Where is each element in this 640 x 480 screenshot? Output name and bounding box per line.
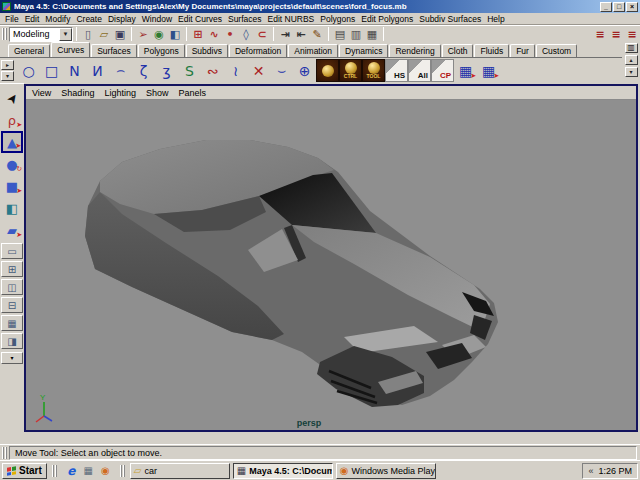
- media-player-icon[interactable]: ◉: [98, 463, 113, 478]
- snap-view-plane-icon[interactable]: ◊: [238, 27, 254, 42]
- shelf-scroll-down-button[interactable]: ▾: [625, 67, 638, 77]
- toggle-channel-box-icon[interactable]: ≡: [624, 27, 640, 42]
- tray-collapse-button[interactable]: «: [588, 466, 593, 476]
- menu-help[interactable]: Help: [484, 14, 507, 24]
- task-button-media-player[interactable]: ◉ Windows Media Player: [336, 463, 436, 479]
- shelf-tab-menu-button[interactable]: ▸: [1, 60, 14, 70]
- open-close-curve-icon[interactable]: ∾: [201, 59, 224, 82]
- open-scene-icon[interactable]: ▱: [96, 27, 112, 42]
- cv-curve-tool-icon[interactable]: N: [63, 59, 86, 82]
- construction-history-icon[interactable]: ✎: [309, 27, 325, 42]
- select-tool[interactable]: ➤: [1, 87, 23, 109]
- poly-mirror-cube-icon[interactable]: ▦ ➤: [477, 59, 500, 82]
- ipr-render-icon[interactable]: ▥: [348, 27, 364, 42]
- single-pane-layout-button[interactable]: ▭: [1, 243, 23, 259]
- lasso-tool[interactable]: ρ ➤: [1, 109, 23, 131]
- align-curves-icon[interactable]: S: [178, 59, 201, 82]
- show-desktop-icon[interactable]: ▦: [81, 463, 96, 478]
- cp-button[interactable]: CP: [431, 59, 454, 82]
- help-line-grip[interactable]: [2, 447, 7, 459]
- layout-menu-button[interactable]: ▾: [1, 352, 23, 364]
- menu-surfaces[interactable]: Surfaces: [225, 14, 265, 24]
- menu-edit-nurbs[interactable]: Edit NURBS: [265, 14, 318, 24]
- menu-window[interactable]: Window: [139, 14, 175, 24]
- new-scene-icon[interactable]: ▯: [80, 27, 96, 42]
- menu-subdiv-surfaces[interactable]: Subdiv Surfaces: [416, 14, 484, 24]
- quick-launch-grip[interactable]: [52, 465, 57, 477]
- make-live-icon[interactable]: ⊂: [254, 27, 270, 42]
- ep-curve-tool-icon[interactable]: И: [86, 59, 109, 82]
- internet-explorer-icon[interactable]: e: [64, 463, 79, 478]
- rotate-tool[interactable]: ● ↻: [1, 153, 23, 175]
- insert-knot-icon[interactable]: ⊕: [293, 59, 316, 82]
- gold-material-tool-icon[interactable]: TOOL: [362, 59, 385, 82]
- outliner-persp-layout-button[interactable]: ◫: [1, 279, 23, 295]
- scale-tool[interactable]: ■ ➤: [1, 175, 23, 197]
- arc-tool-icon[interactable]: ⌢: [109, 59, 132, 82]
- minimize-button[interactable]: _: [600, 2, 612, 12]
- viewport-canvas[interactable]: Y persp: [26, 100, 636, 430]
- poly-mirror-cube-icon[interactable]: ▦ ➤: [454, 59, 477, 82]
- menu-modify[interactable]: Modify: [42, 14, 73, 24]
- detach-curves-icon[interactable]: ʒ: [155, 59, 178, 82]
- snap-curve-icon[interactable]: ∿: [206, 27, 222, 42]
- delete-shelf-item-icon[interactable]: ▥: [625, 43, 638, 53]
- menu-display[interactable]: Display: [105, 14, 139, 24]
- select-component-icon[interactable]: ◧: [167, 27, 183, 42]
- panel-menu-show[interactable]: Show: [146, 88, 169, 98]
- curve-fillet-icon[interactable]: ⌣: [270, 59, 293, 82]
- toggle-tool-settings-icon[interactable]: ≡: [608, 27, 624, 42]
- panel-menu-lighting[interactable]: Lighting: [104, 88, 136, 98]
- toggle-attribute-editor-icon[interactable]: ≡: [592, 27, 608, 42]
- render-globals-icon[interactable]: ▦: [364, 27, 380, 42]
- square-tool-icon[interactable]: □: [40, 59, 63, 82]
- shelf-tab-dynamics[interactable]: Dynamics: [339, 44, 388, 57]
- shelf-tab-deformation[interactable]: Deformation: [229, 44, 287, 57]
- save-scene-icon[interactable]: ▣: [112, 27, 128, 42]
- menu-polygons[interactable]: Polygons: [317, 14, 358, 24]
- car-model[interactable]: [85, 140, 498, 407]
- move-tool[interactable]: ▲ ➤: [1, 131, 23, 153]
- menu-create[interactable]: Create: [73, 14, 105, 24]
- cut-curve-icon[interactable]: ≀: [224, 59, 247, 82]
- shelf-tab-general[interactable]: General: [8, 44, 50, 57]
- circle-tool-icon[interactable]: ○: [17, 59, 40, 82]
- shelf-tab-animation[interactable]: Animation: [288, 44, 338, 57]
- multi-pane-layout-button[interactable]: ◨: [1, 333, 23, 349]
- shelf-tab-subdivs[interactable]: Subdivs: [186, 44, 228, 57]
- select-hierarchy-icon[interactable]: ➢: [135, 27, 151, 42]
- select-object-icon[interactable]: ◉: [151, 27, 167, 42]
- input-connections-icon[interactable]: ⇥: [277, 27, 293, 42]
- hs-button[interactable]: HS: [385, 59, 408, 82]
- shelf-tab-cloth[interactable]: Cloth: [442, 44, 474, 57]
- status-line-grip[interactable]: [2, 28, 7, 40]
- hypershade-persp-layout-button[interactable]: ▦: [1, 315, 23, 331]
- snap-grid-icon[interactable]: ⊞: [190, 27, 206, 42]
- close-button[interactable]: ×: [626, 2, 638, 12]
- intersect-curves-icon[interactable]: ✕: [247, 59, 270, 82]
- shelf-tab-fluids[interactable]: Fluids: [474, 44, 509, 57]
- restore-button[interactable]: □: [613, 2, 625, 12]
- chevron-down-icon[interactable]: ▼: [59, 28, 72, 41]
- all-button[interactable]: All: [408, 59, 431, 82]
- task-button-maya[interactable]: ▦ Maya 4.5: C:\Docume...: [233, 463, 333, 479]
- shelf-menu-button[interactable]: ▾: [1, 71, 14, 81]
- snap-point-icon[interactable]: •: [222, 27, 238, 42]
- graph-persp-layout-button[interactable]: ⊟: [1, 297, 23, 313]
- shelf-tab-polygons[interactable]: Polygons: [138, 44, 185, 57]
- shelf-tab-surfaces[interactable]: Surfaces: [91, 44, 137, 57]
- menu-edit-curves[interactable]: Edit Curves: [175, 14, 225, 24]
- menu-edit-polygons[interactable]: Edit Polygons: [358, 14, 416, 24]
- shelf-tab-fur[interactable]: Fur: [510, 44, 535, 57]
- menu-file[interactable]: File: [2, 14, 22, 24]
- attach-curves-icon[interactable]: ζ: [132, 59, 155, 82]
- gold-material-icon[interactable]: [316, 59, 339, 82]
- menu-set-selector[interactable]: Modeling ▼: [9, 27, 73, 42]
- panel-menu-panels[interactable]: Panels: [178, 88, 206, 98]
- last-tool[interactable]: ▰ ➤: [1, 219, 23, 241]
- shelf-tab-custom[interactable]: Custom: [536, 44, 577, 57]
- panel-menu-shading[interactable]: Shading: [61, 88, 94, 98]
- show-manipulator-tool[interactable]: ◧: [1, 197, 23, 219]
- shelf-tab-rendering[interactable]: Rendering: [389, 44, 440, 57]
- output-connections-icon[interactable]: ⇤: [293, 27, 309, 42]
